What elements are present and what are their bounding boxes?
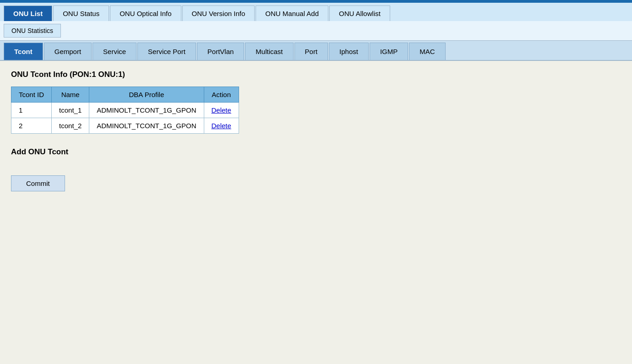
tcont-info-table: Tcont IDNameDBA ProfileAction 1tcont_1AD… bbox=[11, 87, 239, 134]
col-header-dba-profile: DBA Profile bbox=[89, 87, 204, 103]
table-header-row: Tcont IDNameDBA ProfileAction bbox=[11, 87, 239, 103]
tcont-name-cell: tcont_1 bbox=[52, 103, 89, 118]
delete-link-row-1[interactable]: Delete bbox=[212, 122, 231, 130]
main-nav-tab-onu-allowlist[interactable]: ONU Allowlist bbox=[329, 5, 390, 21]
tcont-id-cell: 1 bbox=[11, 103, 52, 118]
add-section-title: Add ONU Tcont bbox=[11, 147, 621, 157]
col-header-name: Name bbox=[52, 87, 89, 103]
info-section-title: ONU Tcont Info (PON:1 ONU:1) bbox=[11, 70, 621, 79]
secondary-nav-tab-onu-statistics[interactable]: ONU Statistics bbox=[4, 24, 61, 38]
dba-profile-cell: ADMINOLT_TCONT_1G_GPON bbox=[89, 103, 204, 118]
table-body: 1tcont_1ADMINOLT_TCONT_1G_GPONDelete2tco… bbox=[11, 103, 239, 134]
delete-link-row-0[interactable]: Delete bbox=[212, 106, 231, 114]
sub-tab-gemport[interactable]: Gemport bbox=[44, 43, 92, 60]
tcont-name-cell: tcont_2 bbox=[52, 118, 89, 134]
sub-nav: TcontGemportServiceService PortPortVlanM… bbox=[0, 41, 632, 61]
sub-tab-port[interactable]: Port bbox=[294, 43, 328, 60]
sub-tab-igmp[interactable]: IGMP bbox=[370, 43, 408, 60]
sub-tab-service[interactable]: Service bbox=[93, 43, 136, 60]
main-nav-tab-onu-list[interactable]: ONU List bbox=[4, 5, 52, 21]
sub-tab-iphost[interactable]: Iphost bbox=[329, 43, 369, 60]
commit-button[interactable]: Commit bbox=[11, 175, 65, 191]
main-nav-tab-onu-version-info[interactable]: ONU Version Info bbox=[182, 5, 255, 21]
sub-tab-tcont[interactable]: Tcont bbox=[4, 43, 43, 60]
col-header-action: Action bbox=[204, 87, 239, 103]
action-cell: Delete bbox=[204, 103, 239, 118]
sub-tab-multicast[interactable]: Multicast bbox=[245, 43, 293, 60]
col-header-tcont-id: Tcont ID bbox=[11, 87, 52, 103]
action-cell: Delete bbox=[204, 118, 239, 134]
sub-tab-service-port[interactable]: Service Port bbox=[137, 43, 196, 60]
main-nav-tab-onu-optical-info[interactable]: ONU Optical Info bbox=[110, 5, 181, 21]
sub-tab-mac[interactable]: MAC bbox=[409, 43, 445, 60]
table-row: 2tcont_2ADMINOLT_TCONT_1G_GPONDelete bbox=[11, 118, 239, 134]
main-nav-tab-onu-manual-add[interactable]: ONU Manual Add bbox=[256, 5, 328, 21]
content-area: ONU Tcont Info (PON:1 ONU:1) Tcont IDNam… bbox=[0, 61, 632, 201]
sub-tab-portvlan[interactable]: PortVlan bbox=[197, 43, 245, 60]
main-nav-tab-onu-status[interactable]: ONU Status bbox=[53, 5, 109, 21]
dba-profile-cell: ADMINOLT_TCONT_1G_GPON bbox=[89, 118, 204, 134]
table-row: 1tcont_1ADMINOLT_TCONT_1G_GPONDelete bbox=[11, 103, 239, 118]
tcont-id-cell: 2 bbox=[11, 118, 52, 134]
secondary-nav: ONU Statistics bbox=[0, 21, 632, 41]
main-nav: ONU ListONU StatusONU Optical InfoONU Ve… bbox=[0, 3, 632, 21]
